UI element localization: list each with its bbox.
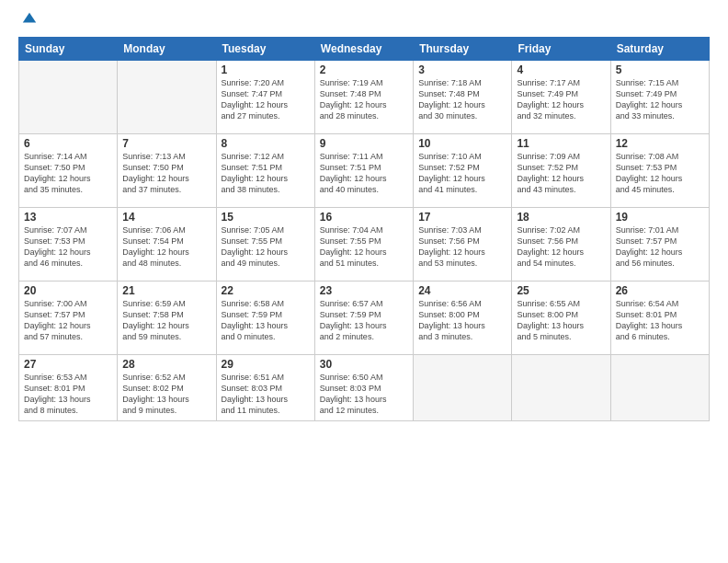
day-cell: 6Sunrise: 7:14 AM Sunset: 7:50 PM Daylig…	[19, 134, 118, 208]
week-row-1: 6Sunrise: 7:14 AM Sunset: 7:50 PM Daylig…	[19, 134, 710, 208]
day-number: 15	[222, 211, 310, 224]
day-number: 22	[222, 284, 310, 297]
day-number: 5	[616, 63, 704, 76]
day-number: 21	[122, 284, 210, 297]
day-number: 26	[616, 284, 704, 297]
day-cell: 28Sunrise: 6:52 AM Sunset: 8:02 PM Dayli…	[118, 355, 216, 421]
day-header-tuesday: Tuesday	[216, 38, 314, 61]
day-cell	[512, 355, 610, 421]
day-header-saturday: Saturday	[610, 38, 709, 61]
day-info: Sunrise: 6:51 AM Sunset: 8:03 PM Dayligh…	[222, 372, 310, 417]
day-header-wednesday: Wednesday	[314, 38, 413, 61]
day-number: 6	[24, 137, 112, 150]
day-info: Sunrise: 6:56 AM Sunset: 8:00 PM Dayligh…	[418, 298, 506, 343]
day-cell: 10Sunrise: 7:10 AM Sunset: 7:52 PM Dayli…	[414, 134, 512, 208]
day-number: 20	[24, 284, 112, 297]
day-cell: 4Sunrise: 7:17 AM Sunset: 7:49 PM Daylig…	[512, 61, 610, 134]
day-cell: 29Sunrise: 6:51 AM Sunset: 8:03 PM Dayli…	[216, 355, 314, 421]
day-cell: 30Sunrise: 6:50 AM Sunset: 8:03 PM Dayli…	[314, 355, 413, 421]
day-cell: 7Sunrise: 7:13 AM Sunset: 7:50 PM Daylig…	[118, 134, 216, 208]
day-number: 17	[418, 211, 506, 224]
day-cell	[610, 355, 709, 421]
day-number: 4	[517, 63, 605, 76]
logo-icon	[21, 11, 38, 28]
day-info: Sunrise: 7:08 AM Sunset: 7:53 PM Dayligh…	[616, 151, 704, 196]
day-cell: 20Sunrise: 7:00 AM Sunset: 7:57 PM Dayli…	[19, 282, 118, 355]
day-info: Sunrise: 7:20 AM Sunset: 7:47 PM Dayligh…	[222, 77, 310, 122]
day-cell: 17Sunrise: 7:03 AM Sunset: 7:56 PM Dayli…	[414, 208, 512, 282]
day-cell: 9Sunrise: 7:11 AM Sunset: 7:51 PM Daylig…	[314, 134, 413, 208]
day-number: 24	[418, 284, 506, 297]
week-row-3: 20Sunrise: 7:00 AM Sunset: 7:57 PM Dayli…	[19, 282, 710, 355]
day-cell: 8Sunrise: 7:12 AM Sunset: 7:51 PM Daylig…	[216, 134, 314, 208]
day-info: Sunrise: 7:09 AM Sunset: 7:52 PM Dayligh…	[517, 151, 605, 196]
calendar-table: SundayMondayTuesdayWednesdayThursdayFrid…	[18, 37, 710, 421]
day-number: 16	[320, 211, 408, 224]
day-cell: 13Sunrise: 7:07 AM Sunset: 7:53 PM Dayli…	[19, 208, 118, 282]
day-cell: 5Sunrise: 7:15 AM Sunset: 7:49 PM Daylig…	[610, 61, 709, 134]
day-info: Sunrise: 7:11 AM Sunset: 7:51 PM Dayligh…	[320, 151, 408, 196]
day-number: 1	[222, 63, 310, 76]
day-cell: 26Sunrise: 6:54 AM Sunset: 8:01 PM Dayli…	[610, 282, 709, 355]
day-info: Sunrise: 7:00 AM Sunset: 7:57 PM Dayligh…	[24, 298, 112, 343]
day-number: 8	[222, 137, 310, 150]
day-number: 25	[517, 284, 605, 297]
day-info: Sunrise: 7:14 AM Sunset: 7:50 PM Dayligh…	[24, 151, 112, 196]
logo	[18, 15, 38, 28]
day-info: Sunrise: 7:05 AM Sunset: 7:55 PM Dayligh…	[222, 224, 310, 270]
day-info: Sunrise: 7:12 AM Sunset: 7:51 PM Dayligh…	[222, 151, 310, 196]
day-cell: 2Sunrise: 7:19 AM Sunset: 7:48 PM Daylig…	[314, 61, 413, 134]
day-cell: 12Sunrise: 7:08 AM Sunset: 7:53 PM Dayli…	[610, 134, 709, 208]
day-cell: 15Sunrise: 7:05 AM Sunset: 7:55 PM Dayli…	[216, 208, 314, 282]
day-info: Sunrise: 7:06 AM Sunset: 7:54 PM Dayligh…	[122, 224, 210, 270]
day-number: 27	[24, 358, 112, 371]
day-cell: 19Sunrise: 7:01 AM Sunset: 7:57 PM Dayli…	[610, 208, 709, 282]
day-cell	[118, 61, 216, 134]
day-number: 7	[122, 137, 210, 150]
day-info: Sunrise: 7:04 AM Sunset: 7:55 PM Dayligh…	[320, 224, 408, 270]
day-number: 10	[418, 137, 506, 150]
day-cell	[19, 61, 118, 134]
svg-marker-0	[23, 13, 36, 23]
day-info: Sunrise: 7:18 AM Sunset: 7:48 PM Dayligh…	[418, 77, 506, 122]
day-header-sunday: Sunday	[19, 38, 118, 61]
day-number: 19	[616, 211, 704, 224]
week-row-0: 1Sunrise: 7:20 AM Sunset: 7:47 PM Daylig…	[19, 61, 710, 134]
day-info: Sunrise: 6:50 AM Sunset: 8:03 PM Dayligh…	[320, 372, 408, 417]
day-number: 29	[222, 358, 310, 371]
day-info: Sunrise: 7:02 AM Sunset: 7:56 PM Dayligh…	[517, 224, 605, 270]
day-info: Sunrise: 6:52 AM Sunset: 8:02 PM Dayligh…	[122, 372, 210, 417]
day-number: 28	[122, 358, 210, 371]
day-cell	[414, 355, 512, 421]
day-info: Sunrise: 6:54 AM Sunset: 8:01 PM Dayligh…	[616, 298, 704, 343]
day-cell: 25Sunrise: 6:55 AM Sunset: 8:00 PM Dayli…	[512, 282, 610, 355]
day-cell: 22Sunrise: 6:58 AM Sunset: 7:59 PM Dayli…	[216, 282, 314, 355]
day-cell: 14Sunrise: 7:06 AM Sunset: 7:54 PM Dayli…	[118, 208, 216, 282]
day-number: 11	[517, 137, 605, 150]
day-header-friday: Friday	[512, 38, 610, 61]
day-header-thursday: Thursday	[414, 38, 512, 61]
day-info: Sunrise: 7:07 AM Sunset: 7:53 PM Dayligh…	[24, 224, 112, 270]
day-info: Sunrise: 7:10 AM Sunset: 7:52 PM Dayligh…	[418, 151, 506, 196]
day-cell: 11Sunrise: 7:09 AM Sunset: 7:52 PM Dayli…	[512, 134, 610, 208]
day-number: 23	[320, 284, 408, 297]
day-cell: 27Sunrise: 6:53 AM Sunset: 8:01 PM Dayli…	[19, 355, 118, 421]
day-info: Sunrise: 6:58 AM Sunset: 7:59 PM Dayligh…	[222, 298, 310, 343]
day-number: 13	[24, 211, 112, 224]
day-number: 18	[517, 211, 605, 224]
day-cell: 24Sunrise: 6:56 AM Sunset: 8:00 PM Dayli…	[414, 282, 512, 355]
day-info: Sunrise: 6:53 AM Sunset: 8:01 PM Dayligh…	[24, 372, 112, 417]
day-info: Sunrise: 6:57 AM Sunset: 7:59 PM Dayligh…	[320, 298, 408, 343]
day-info: Sunrise: 7:15 AM Sunset: 7:49 PM Dayligh…	[616, 77, 704, 122]
day-number: 12	[616, 137, 704, 150]
day-info: Sunrise: 7:03 AM Sunset: 7:56 PM Dayligh…	[418, 224, 506, 270]
header	[18, 15, 710, 28]
page: SundayMondayTuesdayWednesdayThursdayFrid…	[0, 0, 728, 563]
day-info: Sunrise: 6:59 AM Sunset: 7:58 PM Dayligh…	[122, 298, 210, 343]
day-number: 9	[320, 137, 408, 150]
day-info: Sunrise: 7:17 AM Sunset: 7:49 PM Dayligh…	[517, 77, 605, 122]
week-row-4: 27Sunrise: 6:53 AM Sunset: 8:01 PM Dayli…	[19, 355, 710, 421]
day-number: 2	[320, 63, 408, 76]
day-info: Sunrise: 7:19 AM Sunset: 7:48 PM Dayligh…	[320, 77, 408, 122]
day-number: 14	[122, 211, 210, 224]
